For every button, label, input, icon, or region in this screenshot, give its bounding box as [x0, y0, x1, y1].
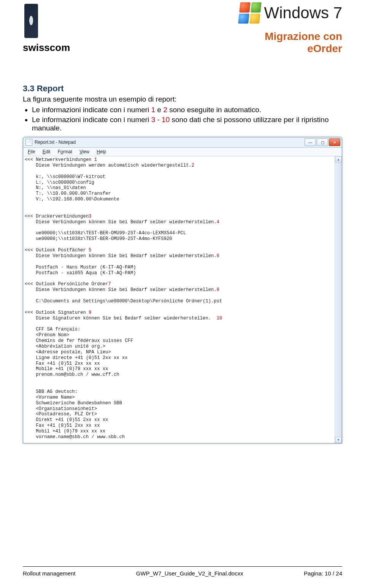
- notepad-text-area[interactable]: <<< Netzwerkverbindungen 1 Diese Verbind…: [23, 156, 335, 443]
- page-footer: Rollout management GWP_W7_User_Guide_V2_…: [23, 570, 342, 577]
- notepad-window: 📄 Report.txt - Notepad — ▢ ✕ File Edit F…: [23, 137, 342, 443]
- windows-flag-icon: [238, 2, 262, 24]
- footer-right: Pagina: 10 / 24: [304, 570, 342, 577]
- doc-title-line2: eOrder: [265, 43, 342, 55]
- window-maximize-button[interactable]: ▢: [317, 138, 328, 146]
- footer-separator: [23, 566, 342, 567]
- section-heading: 3.3 Report: [23, 84, 342, 94]
- window-minimize-button[interactable]: —: [305, 138, 316, 146]
- page-header: swisscom Windows 7 Migrazione con eOrder: [23, 0, 342, 61]
- doc-title: Migrazione con eOrder: [265, 30, 342, 55]
- menu-file[interactable]: File: [25, 148, 38, 155]
- section-body: 3.3 Report La figura seguente mostra un …: [23, 84, 342, 443]
- swisscom-wordmark: swisscom: [23, 42, 91, 54]
- bullet-auto: Le informazioni indicate con i numeri 1 …: [32, 106, 342, 114]
- doc-title-line1: Migrazione con: [265, 30, 342, 43]
- notepad-scrollbar[interactable]: ▲ ▼: [335, 156, 342, 443]
- swisscom-mark-icon: [24, 4, 38, 38]
- swisscom-logo: swisscom: [23, 4, 91, 54]
- menu-view[interactable]: View: [76, 148, 92, 155]
- notepad-menubar: File Edit Format View Help: [23, 148, 342, 156]
- scroll-up-icon[interactable]: ▲: [335, 156, 342, 162]
- footer-left: Rollout management: [23, 570, 75, 577]
- section-intro: La figura seguente mostra un esempio di …: [23, 95, 342, 103]
- windows7-wordmark: Windows 7: [264, 4, 342, 22]
- notepad-app-icon: 📄: [25, 139, 32, 146]
- menu-edit[interactable]: Edit: [40, 148, 54, 155]
- footer-center: GWP_W7_User_Guide_V2_it_Final.docxx: [136, 570, 243, 577]
- notepad-title: Report.txt - Notepad: [35, 140, 305, 145]
- bullet-manual: Le informazioni indicate con i numeri 3 …: [32, 116, 342, 132]
- window-close-button[interactable]: ✕: [329, 138, 340, 146]
- menu-format[interactable]: Format: [55, 148, 75, 155]
- scroll-down-icon[interactable]: ▼: [335, 437, 342, 443]
- menu-help[interactable]: Help: [94, 148, 109, 155]
- windows7-logo: Windows 7: [239, 2, 342, 24]
- notepad-titlebar[interactable]: 📄 Report.txt - Notepad — ▢ ✕: [23, 137, 342, 148]
